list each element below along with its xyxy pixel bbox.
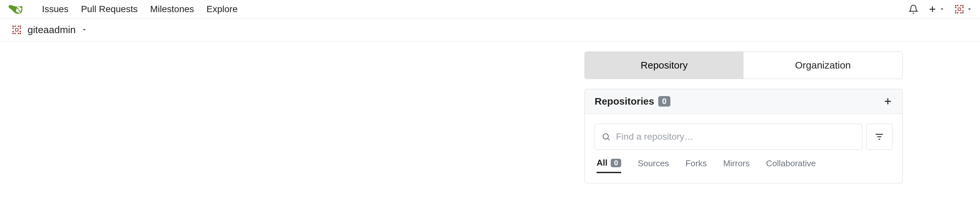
nav-milestones[interactable]: Milestones bbox=[150, 1, 194, 18]
svg-rect-11 bbox=[955, 7, 956, 8]
svg-rect-22 bbox=[14, 25, 16, 27]
caret-down-icon bbox=[967, 6, 972, 12]
user-menu-button[interactable] bbox=[955, 4, 972, 14]
filter-tab-sources[interactable]: Sources bbox=[638, 158, 669, 173]
svg-rect-15 bbox=[955, 12, 956, 13]
svg-rect-27 bbox=[13, 31, 14, 32]
svg-rect-23 bbox=[18, 25, 19, 27]
svg-rect-17 bbox=[960, 12, 962, 13]
svg-rect-25 bbox=[13, 27, 14, 29]
notifications-button[interactable] bbox=[908, 4, 918, 14]
nav-issues[interactable]: Issues bbox=[42, 1, 68, 18]
svg-rect-14 bbox=[962, 10, 964, 11]
navbar-right bbox=[908, 4, 972, 14]
svg-rect-26 bbox=[20, 27, 21, 29]
create-menu-button[interactable] bbox=[928, 5, 945, 13]
repositories-body: All 0 Sources Forks Mirrors Collaborativ… bbox=[585, 114, 902, 183]
bell-icon bbox=[908, 4, 918, 14]
filter-icon bbox=[874, 132, 884, 142]
search-icon bbox=[601, 132, 611, 141]
gitea-logo[interactable] bbox=[8, 4, 23, 14]
svg-rect-30 bbox=[14, 33, 16, 34]
tab-organization[interactable]: Organization bbox=[743, 52, 902, 79]
repo-search-row bbox=[595, 124, 892, 150]
svg-rect-13 bbox=[955, 10, 956, 11]
repositories-title: Repositories bbox=[595, 96, 654, 107]
filter-tab-all-count: 0 bbox=[611, 159, 621, 167]
nav-explore[interactable]: Explore bbox=[207, 1, 238, 18]
svg-line-37 bbox=[608, 139, 609, 140]
svg-point-36 bbox=[603, 134, 608, 139]
gitea-logo-icon bbox=[8, 4, 23, 14]
filter-tab-all-label: All bbox=[597, 158, 608, 168]
avatar-icon bbox=[955, 4, 964, 14]
main-area: Repository Organization Repositories 0 bbox=[0, 41, 980, 193]
repo-search-input[interactable] bbox=[616, 132, 855, 142]
repo-filter-tabs: All 0 Sources Forks Mirrors Collaborativ… bbox=[595, 158, 892, 173]
avatar-icon bbox=[12, 25, 22, 35]
svg-rect-7 bbox=[955, 5, 956, 6]
svg-rect-8 bbox=[957, 5, 958, 6]
svg-rect-21 bbox=[13, 25, 14, 27]
context-username: giteaadmin bbox=[27, 24, 76, 35]
svg-rect-31 bbox=[18, 33, 19, 34]
new-repository-button[interactable] bbox=[883, 97, 892, 106]
tab-repository[interactable]: Repository bbox=[585, 52, 743, 79]
plus-icon bbox=[928, 5, 937, 13]
repositories-count-badge: 0 bbox=[658, 96, 670, 107]
svg-rect-12 bbox=[962, 7, 964, 8]
repo-filter-button[interactable] bbox=[866, 124, 892, 150]
caret-down-icon bbox=[939, 6, 945, 12]
nav-pull-requests[interactable]: Pull Requests bbox=[81, 1, 138, 18]
right-panel: Repository Organization Repositories 0 bbox=[584, 51, 903, 183]
repositories-header: Repositories 0 bbox=[585, 89, 902, 114]
filter-tab-forks[interactable]: Forks bbox=[686, 158, 707, 173]
top-navbar: Issues Pull Requests Milestones Explore bbox=[0, 0, 980, 18]
context-user-selector[interactable]: giteaadmin bbox=[12, 24, 87, 35]
navbar-left: Issues Pull Requests Milestones Explore bbox=[8, 1, 237, 18]
repo-search-wrap bbox=[595, 124, 862, 150]
svg-rect-18 bbox=[962, 12, 964, 13]
svg-rect-10 bbox=[962, 5, 964, 6]
repositories-box: Repositories 0 bbox=[584, 89, 903, 183]
panel-tab-switch: Repository Organization bbox=[584, 51, 903, 79]
svg-rect-28 bbox=[20, 31, 21, 32]
caret-down-icon bbox=[82, 27, 87, 32]
svg-rect-16 bbox=[957, 12, 958, 13]
svg-rect-9 bbox=[960, 5, 962, 6]
activity-feed-empty bbox=[12, 51, 584, 183]
svg-rect-29 bbox=[13, 33, 14, 34]
context-bar: giteaadmin bbox=[0, 18, 980, 41]
filter-tab-collaborative[interactable]: Collaborative bbox=[766, 158, 816, 173]
svg-rect-24 bbox=[20, 25, 21, 27]
svg-rect-32 bbox=[20, 33, 21, 34]
filter-tab-all[interactable]: All 0 bbox=[597, 158, 621, 173]
plus-icon bbox=[883, 97, 892, 106]
filter-tab-mirrors[interactable]: Mirrors bbox=[723, 158, 750, 173]
